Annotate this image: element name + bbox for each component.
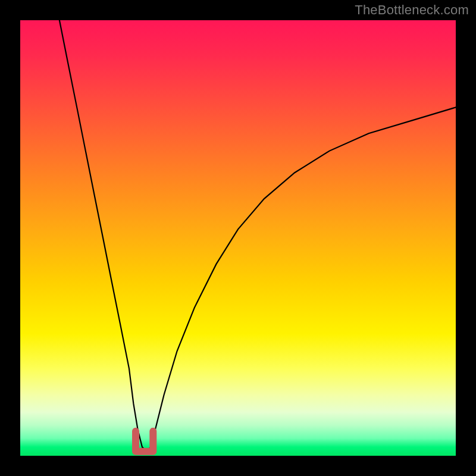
watermark-text: TheBottleneck.com	[355, 2, 469, 18]
chart-frame: TheBottleneck.com	[0, 0, 476, 476]
bottleneck-curve	[60, 20, 456, 452]
curve-svg	[20, 20, 456, 456]
plot-area	[20, 20, 456, 456]
min-marker	[136, 431, 153, 452]
